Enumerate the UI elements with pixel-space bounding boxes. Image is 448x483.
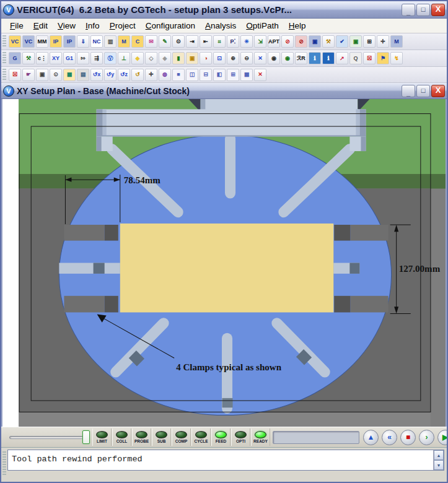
rewind-button[interactable]: « [382, 430, 397, 445]
layout-one-two-icon[interactable]: ◧ [213, 69, 226, 81]
tool-display-icon[interactable]: ✳ [240, 35, 253, 48]
eject-button[interactable]: ▲ [363, 430, 379, 445]
g1-code-icon[interactable]: G1 [63, 52, 76, 64]
import-icon[interactable]: ⇥ [186, 35, 198, 48]
solid-diamond-icon[interactable]: ◆ [131, 52, 144, 64]
minimize-button[interactable]: _ [402, 4, 415, 16]
machine-travel-icon[interactable]: ⊞ [363, 35, 376, 48]
spin-view-icon[interactable]: ◍ [159, 69, 171, 81]
solid-box-icon[interactable]: ▮ [172, 52, 185, 64]
menu-item-file[interactable]: File [5, 20, 29, 32]
toolbar-grip[interactable] [2, 69, 6, 81]
optipath-lightning-icon[interactable]: ↯ [390, 52, 403, 64]
origin-crosshair-icon[interactable]: ✛ [377, 35, 389, 48]
print-icon[interactable]: ▤ [77, 69, 89, 81]
close-view-icon[interactable]: ✕ [254, 69, 266, 81]
setup-plan-viewport[interactable]: 78.54mm 127.00mm 4 Clamps typical as sho… [1, 99, 447, 427]
stamp-icon[interactable]: ✉ [145, 35, 157, 48]
image-capture-icon[interactable]: ▦ [63, 69, 76, 81]
open-ip-file-icon[interactable]: IP [50, 35, 62, 48]
wire-diamond-icon[interactable]: ◇ [145, 52, 157, 64]
menu-item-edit[interactable]: Edit [29, 20, 53, 32]
view-maximize-button[interactable]: □ [416, 85, 430, 97]
graph-icon[interactable]: ↗ [336, 52, 348, 64]
save-vc-project-icon[interactable]: VC [22, 35, 35, 48]
info-doc-icon[interactable]: ℹ [309, 52, 321, 64]
step-button[interactable]: › [419, 430, 434, 445]
movie-camera-icon[interactable]: ⊙ [50, 69, 62, 81]
monitor-tool-icon[interactable]: ▣ [349, 35, 362, 48]
save-machine-icon[interactable]: M [390, 35, 403, 48]
open-machine-folder-icon[interactable]: M [118, 35, 130, 48]
close-button[interactable]: X [431, 4, 445, 16]
menu-item-optipath[interactable]: OptiPath [241, 20, 284, 32]
palette-icon[interactable]: ◑ [200, 52, 212, 64]
rotate-y-icon[interactable]: ↺y [104, 69, 116, 81]
no-avi-icon[interactable]: ☒ [9, 69, 21, 81]
disable-tool-icon[interactable]: ⊘ [281, 35, 294, 48]
optipath-flag-icon[interactable]: ⚑ [377, 52, 389, 64]
tool-components-icon[interactable]: ⚙ [172, 35, 185, 48]
to-machine-all-icon[interactable]: ⇶ [90, 52, 103, 64]
menu-item-help[interactable]: Help [284, 20, 311, 32]
tool-wear-icon[interactable]: ⚒ [322, 35, 335, 48]
toolbar-grip[interactable] [2, 35, 6, 48]
zoom-in-icon[interactable]: ⊕ [227, 52, 239, 64]
rotate-xy-icon[interactable]: ↺ [131, 69, 144, 81]
view-eye-icon[interactable]: ◉ [268, 52, 280, 64]
menu-item-project[interactable]: Project [105, 20, 141, 32]
zoom-window-icon[interactable]: ⊡ [213, 52, 226, 64]
view-minimize-button[interactable]: _ [402, 85, 415, 97]
layout-single-icon[interactable]: ■ [172, 69, 185, 81]
delete-marks-icon[interactable]: ☒ [363, 52, 376, 64]
slider-handle[interactable] [82, 430, 90, 444]
toolpath-progress-slider[interactable] [8, 430, 90, 445]
machine-setup-icon[interactable]: ⌗ [213, 35, 226, 48]
open-control-folder-icon[interactable]: C [131, 35, 144, 48]
gcode-xy-icon[interactable]: XY [50, 52, 62, 64]
rotate-z-icon[interactable]: ↺z [118, 69, 130, 81]
apt-output-icon[interactable]: APT [268, 35, 280, 48]
process-toolpath-icon[interactable]: ⇓ [77, 35, 89, 48]
touch-doc-icon[interactable]: ☛ [22, 69, 35, 81]
video-camera-icon[interactable]: ▣ [36, 69, 48, 81]
shaded-diamond-icon[interactable]: ◈ [159, 52, 171, 64]
textured-box-icon[interactable]: ▣ [186, 52, 198, 64]
measure-icon[interactable]: c⋮ [36, 52, 48, 64]
open-vc-project-icon[interactable]: VC [9, 35, 21, 48]
stop-sign-icon[interactable]: ⊘ [295, 35, 307, 48]
nc-program-icon[interactable]: NC [90, 35, 103, 48]
scroll-down-button[interactable]: ▼ [434, 460, 444, 470]
scroll-up-button[interactable]: ▲ [434, 450, 444, 460]
save-ip-file-icon[interactable]: IP [63, 35, 76, 48]
log-search-icon[interactable]: Q [349, 52, 362, 64]
layout-two-horizontal-icon[interactable]: ⊟ [200, 69, 212, 81]
export-icon[interactable]: ⇤ [200, 35, 212, 48]
layout-two-vertical-icon[interactable]: ◫ [186, 69, 198, 81]
to-machine-icon[interactable]: ⇰ [77, 52, 89, 64]
post-tool-icon[interactable]: ⚒ [22, 52, 35, 64]
stop-button[interactable]: ■ [400, 430, 416, 445]
main-title-bar[interactable]: V VERICUT(64) 6.2 Beta by CGTech - setup… [1, 1, 447, 19]
layout-grid-icon[interactable]: ▦ [240, 69, 253, 81]
play-button[interactable]: ▶ [437, 430, 448, 445]
reverse-rr-icon[interactable]: ℛR [295, 52, 307, 64]
panel-grip[interactable] [2, 451, 6, 476]
menu-item-configuration[interactable]: Configuration [141, 20, 200, 32]
save-model-icon[interactable]: ▣ [309, 35, 321, 48]
process-options-icon[interactable]: P⁚ [227, 35, 239, 48]
nc-doc-icon[interactable]: ▥ [104, 35, 116, 48]
reset-model-icon[interactable]: MM [36, 35, 48, 48]
vericut-logo-icon[interactable]: Ⓥ [104, 52, 116, 64]
slider-track[interactable] [9, 436, 89, 439]
dynamic-eye-icon[interactable]: ◉ [281, 52, 294, 64]
layout-two-one-icon[interactable]: ⊞ [227, 69, 239, 81]
tool-stand-icon[interactable]: ⊥ [118, 52, 130, 64]
fit-view-icon[interactable]: ✕ [254, 52, 266, 64]
toolbar-grip[interactable] [2, 52, 6, 65]
setup-plan-title-bar[interactable]: V XY Setup Plan - Base (Machine/Cut Stoc… [1, 83, 447, 99]
maximize-button[interactable]: □ [416, 4, 430, 16]
info-icon[interactable]: ℹ [322, 52, 335, 64]
edit-nc-icon[interactable]: ✎ [159, 35, 171, 48]
tool-to-model-icon[interactable]: ⇲ [254, 35, 266, 48]
